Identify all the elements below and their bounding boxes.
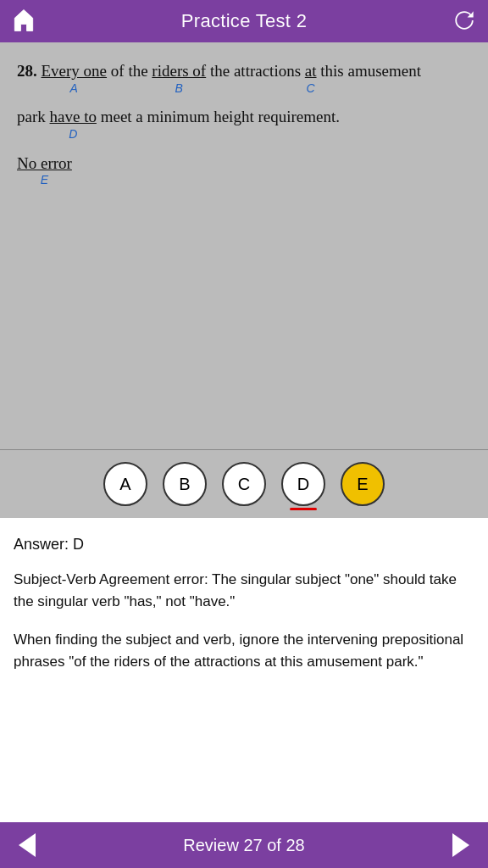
answer-btn-e[interactable]: E [341, 462, 385, 506]
answer-label: Answer: [14, 536, 69, 553]
answer-value: D [69, 536, 84, 553]
label-c: C [307, 79, 315, 99]
question-area: 28. Every one A of the riders of B the a… [0, 42, 488, 449]
explanation-p2: When finding the subject and verb, ignor… [14, 629, 474, 674]
segment-b: riders of B [152, 58, 206, 85]
segment-a: Every one A [42, 58, 108, 85]
home-button[interactable] [10, 7, 37, 36]
footer: Review 27 of 28 [0, 822, 488, 868]
label-e: E [41, 170, 48, 191]
refresh-button[interactable] [451, 7, 478, 36]
label-d: D [69, 125, 77, 145]
selected-underline [290, 508, 317, 510]
home-icon [10, 7, 37, 34]
question-number: 28. [17, 62, 37, 80]
answer-btn-d[interactable]: D [281, 462, 325, 506]
segment-c: at C [305, 58, 317, 85]
next-button[interactable] [449, 830, 473, 860]
header: Practice Test 2 [0, 0, 488, 42]
answer-btn-b[interactable]: B [163, 462, 207, 506]
answer-line: Answer: D [14, 533, 474, 557]
label-b: B [175, 79, 183, 99]
header-title: Practice Test 2 [181, 10, 307, 32]
svg-marker-1 [452, 833, 469, 857]
segment-e: No error E [17, 150, 72, 177]
explanation-p1: Subject-Verb Agreement error: The singul… [14, 569, 474, 614]
label-a: A [70, 79, 78, 99]
answer-buttons-row: A B C D E [0, 449, 488, 518]
next-icon [449, 830, 473, 860]
question-text: 28. Every one A of the riders of B the a… [17, 58, 471, 196]
svg-marker-0 [19, 833, 36, 857]
explanation-area: Answer: D Subject-Verb Agreement error: … [0, 518, 488, 822]
footer-label: Review 27 of 28 [183, 836, 304, 855]
prev-icon [15, 830, 39, 860]
answer-btn-c[interactable]: C [222, 462, 266, 506]
refresh-icon [451, 7, 478, 34]
prev-button[interactable] [15, 830, 39, 860]
segment-d: have to D [50, 103, 97, 131]
answer-btn-a[interactable]: A [103, 462, 147, 506]
